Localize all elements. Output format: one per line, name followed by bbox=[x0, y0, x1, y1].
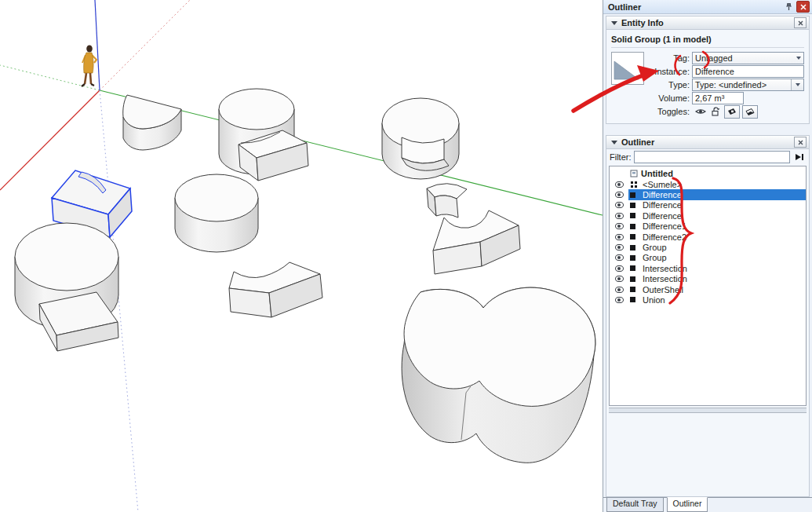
filter-go-icon[interactable] bbox=[792, 151, 806, 163]
tag-dropdown[interactable]: Untagged bbox=[692, 52, 804, 64]
tray-tab-bar: Default Tray Outliner bbox=[603, 497, 812, 512]
tree-item[interactable]: Difference1 bbox=[610, 221, 806, 232]
filter-input[interactable] bbox=[634, 151, 791, 163]
tree-root-label: Untitled bbox=[638, 169, 673, 178]
group-icon bbox=[630, 255, 635, 261]
eye-icon[interactable] bbox=[610, 192, 628, 198]
tree-item[interactable]: OuterShell bbox=[610, 284, 806, 294]
unlock-icon[interactable] bbox=[709, 106, 722, 118]
scale-figure-person[interactable] bbox=[82, 45, 96, 86]
eye-icon[interactable] bbox=[610, 287, 628, 293]
eye-icon[interactable] bbox=[610, 265, 628, 272]
group-icon bbox=[630, 213, 635, 218]
tree-item-label: OuterShell bbox=[640, 285, 683, 294]
entity-info-section: Entity Info Solid Group (1 in model) Tag… bbox=[606, 16, 810, 124]
tree-item-selected[interactable]: Difference bbox=[610, 189, 806, 199]
eye-icon[interactable] bbox=[610, 276, 628, 282]
entity-info-title: Entity Info bbox=[621, 18, 794, 27]
tree-item[interactable]: Difference bbox=[610, 200, 806, 210]
group-icon bbox=[630, 224, 635, 229]
3d-viewport[interactable] bbox=[0, 0, 603, 512]
tree-item-label: Difference bbox=[640, 200, 682, 210]
outliner-tree[interactable]: Untitled <Sumele> Difference Difference … bbox=[609, 166, 807, 406]
instance-input[interactable]: Difference bbox=[692, 65, 804, 78]
sketchup-window: Outliner Entity Info Solid Group (1 in m… bbox=[0, 0, 812, 512]
tray-titlebar: Outliner bbox=[603, 0, 812, 14]
3d-shape-notched-cylinder[interactable] bbox=[382, 98, 459, 179]
3d-shape-union-blob[interactable] bbox=[402, 287, 595, 463]
tree-item[interactable]: Union bbox=[610, 294, 806, 305]
outliner-header[interactable]: Outliner bbox=[606, 136, 809, 149]
instance-label: Instance: bbox=[650, 67, 690, 76]
tree-root-row[interactable]: Untitled bbox=[610, 168, 806, 179]
outliner-close-icon[interactable] bbox=[794, 137, 807, 148]
pane-splitter[interactable] bbox=[609, 408, 807, 413]
model-icon bbox=[630, 170, 638, 177]
group-icon bbox=[630, 265, 635, 271]
tree-item[interactable]: Difference bbox=[610, 210, 806, 221]
tag-row: Tag: Untagged bbox=[650, 52, 804, 64]
group-icon bbox=[630, 297, 635, 302]
instance-row: Instance: Difference bbox=[650, 65, 804, 78]
3d-shape-box-curved-cut-middle[interactable] bbox=[229, 262, 322, 317]
tray-panel: Outliner Entity Info Solid Group (1 in m… bbox=[603, 0, 812, 512]
eye-icon[interactable] bbox=[610, 234, 628, 240]
entity-summary: Solid Group (1 in model) bbox=[611, 34, 804, 47]
tree-item-label: Difference1 bbox=[640, 221, 686, 231]
eye-icon[interactable] bbox=[694, 106, 707, 118]
type-value: Type: <undefined> bbox=[695, 80, 766, 90]
entity-info-body: Solid Group (1 in model) Tag: Untagged bbox=[606, 30, 809, 123]
3d-shape-plain-cylinder[interactable] bbox=[175, 174, 258, 252]
eye-icon[interactable] bbox=[610, 181, 628, 188]
tree-item[interactable]: Difference2 bbox=[610, 232, 806, 242]
divider bbox=[611, 47, 804, 48]
filter-label: Filter: bbox=[610, 152, 632, 162]
eye-icon[interactable] bbox=[610, 223, 628, 229]
outliner-title: Outliner bbox=[621, 137, 794, 147]
3d-shape-box-curved-cut-right[interactable] bbox=[433, 210, 520, 274]
pin-icon[interactable] bbox=[783, 2, 794, 12]
eye-icon[interactable] bbox=[610, 244, 628, 251]
instance-value: Difference bbox=[695, 67, 734, 76]
receive-shadows-icon[interactable] bbox=[724, 105, 740, 119]
volume-row: Volume: 2,67 m³ bbox=[650, 92, 804, 104]
close-icon[interactable] bbox=[796, 1, 810, 13]
volume-label: Volume: bbox=[650, 93, 690, 103]
toggles-row: Toggles: bbox=[650, 105, 804, 118]
tree-item-label: Group bbox=[640, 253, 667, 262]
collapse-arrow-icon[interactable] bbox=[611, 141, 617, 144]
tree-item-label: Difference bbox=[640, 211, 682, 221]
tree-item[interactable]: Group bbox=[610, 242, 806, 252]
type-label: Type: bbox=[650, 80, 690, 90]
3d-shape-big-cylinder-with-box[interactable] bbox=[15, 223, 118, 351]
tree-item-label: Intersection bbox=[640, 264, 687, 273]
collapse-arrow-icon[interactable] bbox=[611, 21, 617, 25]
tree-item-label: Union bbox=[640, 295, 665, 305]
group-icon bbox=[630, 245, 635, 251]
3d-shape-cylinder-with-box[interactable] bbox=[219, 89, 308, 181]
group-icon bbox=[630, 203, 635, 208]
tree-item[interactable]: Intersection bbox=[610, 274, 806, 284]
eye-icon[interactable] bbox=[610, 297, 628, 303]
tree-item[interactable]: <Sumele> bbox=[610, 179, 806, 189]
tree-item[interactable]: Intersection bbox=[610, 263, 806, 273]
empty-lower-pane bbox=[609, 415, 807, 496]
outliner-section: Outliner Filter: Untitled bbox=[606, 135, 810, 497]
group-icon bbox=[630, 276, 635, 282]
type-dropdown[interactable]: Type: <undefined> bbox=[692, 79, 804, 91]
filter-row: Filter: bbox=[606, 149, 809, 165]
entity-info-header[interactable]: Entity Info bbox=[606, 16, 809, 30]
eye-icon[interactable] bbox=[610, 254, 628, 261]
3d-shape-wedge-near-origin[interactable] bbox=[123, 95, 181, 150]
eye-icon[interactable] bbox=[610, 202, 628, 208]
cast-shadows-icon[interactable] bbox=[742, 105, 758, 119]
tree-item[interactable]: Group bbox=[610, 253, 806, 263]
type-dropdown-button[interactable] bbox=[791, 79, 803, 90]
tab-default-tray[interactable]: Default Tray bbox=[606, 498, 664, 512]
tab-outliner[interactable]: Outliner bbox=[667, 497, 708, 512]
tree-item-label: Group bbox=[640, 243, 667, 252]
entity-info-close-icon[interactable] bbox=[794, 17, 807, 28]
volume-value: 2,67 m³ bbox=[695, 93, 724, 103]
eye-icon[interactable] bbox=[610, 213, 628, 219]
3d-shape-curved-wedge[interactable] bbox=[427, 184, 467, 218]
